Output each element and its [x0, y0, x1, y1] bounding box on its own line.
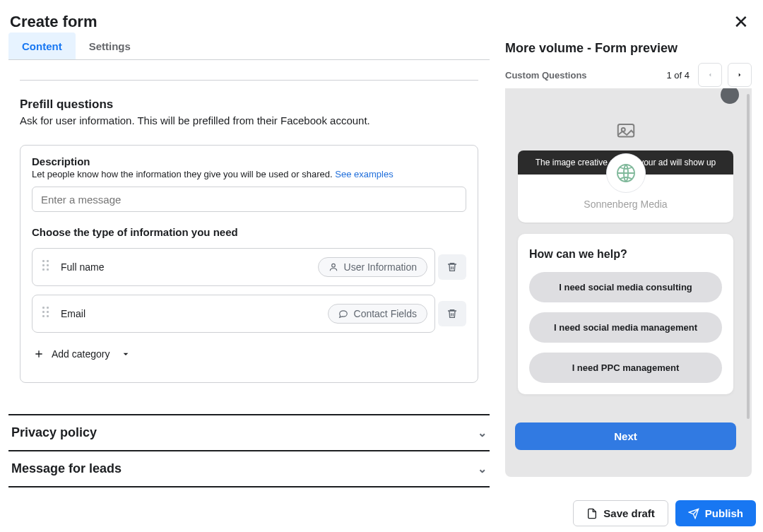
plus-icon — [33, 348, 45, 360]
caret-right-icon — [736, 71, 743, 78]
tab-settings[interactable]: Settings — [76, 32, 144, 59]
scrollbar[interactable] — [747, 94, 750, 419]
option-button[interactable]: I need PPC management — [529, 353, 722, 383]
delete-field-button[interactable] — [438, 254, 466, 280]
tab-content[interactable]: Content — [8, 32, 76, 59]
merchant-name: Sonnenberg Media — [518, 199, 733, 210]
image-placeholder-icon — [518, 112, 733, 150]
description-input[interactable] — [32, 187, 466, 212]
publish-button[interactable]: Publish — [675, 500, 756, 526]
question-heading: How can we help? — [529, 248, 722, 261]
description-heading: Description — [32, 155, 466, 167]
delete-field-button[interactable] — [438, 301, 466, 326]
field-tag-user-info: User Information — [318, 257, 427, 277]
field-tag-contact: Contact Fields — [328, 304, 427, 324]
user-icon — [329, 262, 338, 272]
save-draft-button[interactable]: Save draft — [573, 500, 668, 526]
page-title: Create form — [10, 13, 97, 31]
field-row-email[interactable]: Email Contact Fields — [32, 295, 435, 333]
prefill-heading: Prefill questions — [20, 97, 478, 112]
drag-handle-icon[interactable] — [42, 260, 52, 274]
preview-count: 1 of 4 — [666, 70, 690, 81]
chevron-down-icon: ⌄ — [478, 462, 487, 475]
option-button[interactable]: I need social media consulting — [529, 272, 722, 302]
caret-left-icon — [706, 71, 714, 78]
prefill-sub: Ask for user information. This will be p… — [20, 114, 478, 126]
close-button[interactable]: ✕ — [729, 11, 753, 32]
field-row-fullname[interactable]: Full name User Information — [32, 248, 435, 286]
globe-icon — [615, 162, 637, 184]
trash-icon — [446, 261, 458, 273]
tabs: Content Settings — [8, 32, 490, 60]
drag-handle-icon[interactable] — [42, 307, 52, 321]
document-icon — [586, 508, 598, 519]
chevron-down-icon: ⌄ — [478, 426, 487, 439]
add-category-button[interactable]: Add category — [32, 341, 133, 367]
description-sub: Let people know how the information they… — [32, 169, 466, 179]
preview-prev-button[interactable] — [698, 63, 722, 87]
section-privacy-policy[interactable]: Privacy policy ⌄ — [8, 414, 490, 451]
field-label: Email — [61, 308, 319, 319]
svg-point-0 — [331, 264, 335, 267]
trash-icon — [446, 308, 458, 319]
section-message-for-leads[interactable]: Message for leads ⌄ — [8, 450, 490, 487]
field-label: Full name — [61, 261, 309, 273]
choose-type-heading: Choose the type of information you need — [32, 226, 466, 238]
preview-next-button[interactable] — [728, 63, 752, 87]
merchant-avatar — [606, 153, 646, 193]
preview-nav-label: Custom Questions — [505, 70, 587, 81]
preview-next-step-button[interactable]: Next — [515, 422, 736, 450]
see-examples-link[interactable]: See examples — [335, 169, 393, 179]
chevron-down-icon — [120, 348, 131, 360]
preview-title: More volume - Form preview — [505, 41, 752, 56]
speech-icon — [338, 309, 348, 319]
form-preview: The image creative used in your ad will … — [505, 88, 752, 477]
option-button[interactable]: I need social media management — [529, 312, 722, 343]
send-icon — [688, 508, 699, 519]
